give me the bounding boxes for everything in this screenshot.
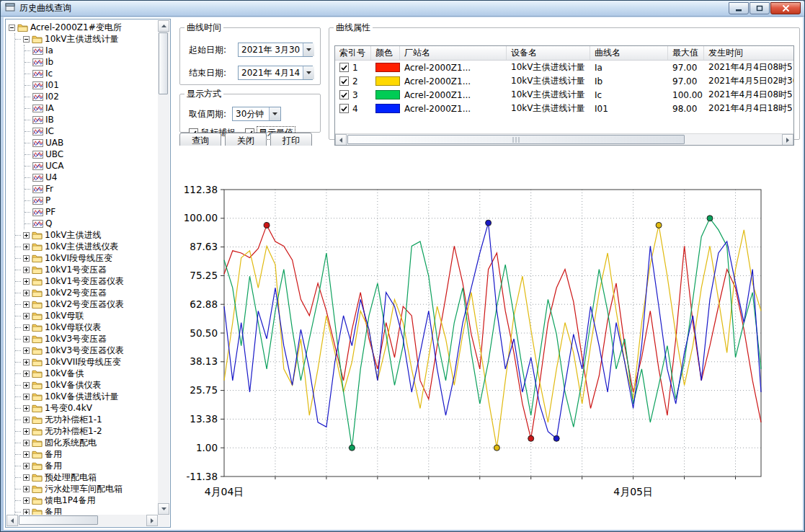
tree-group-item[interactable]: 预处理配电箱: [15, 471, 158, 483]
dropdown-arrow-icon[interactable]: [303, 43, 314, 56]
plus-expander-icon[interactable]: [23, 336, 30, 342]
tree-curve-item[interactable]: IB: [25, 114, 158, 125]
tree-curve-item[interactable]: Q: [25, 218, 158, 229]
scroll-up-button[interactable]: [158, 20, 169, 32]
plus-expander-icon[interactable]: [23, 347, 30, 354]
tree-curve-item[interactable]: UBC: [25, 148, 158, 160]
tree-curve-item[interactable]: PF: [25, 206, 158, 218]
tree-group-item[interactable]: 10kV2号变压器: [15, 287, 158, 298]
plus-expander-icon[interactable]: [23, 313, 30, 319]
maximize-button[interactable]: [750, 2, 770, 14]
dropdown-arrow-icon[interactable]: [303, 66, 314, 79]
scroll-left-button[interactable]: [6, 515, 18, 526]
tree-group-item[interactable]: 馈电1P4备用: [15, 495, 158, 506]
plus-expander-icon[interactable]: [23, 497, 30, 504]
plus-expander-icon[interactable]: [23, 440, 30, 446]
tree-vertical-scrollbar[interactable]: [158, 20, 169, 515]
curve-table-row[interactable]: 3Acrel-2000Z1...10kV主供进线计量Ic100.002021年4…: [335, 88, 794, 102]
tree-curve-item[interactable]: Ia: [25, 45, 158, 56]
curve-table-row[interactable]: 2Acrel-2000Z1...10kV主供进线计量Ib97.002021年4月…: [335, 74, 794, 88]
minus-expander-icon[interactable]: [9, 25, 15, 31]
plus-expander-icon[interactable]: [23, 405, 30, 412]
tree-curve-item[interactable]: P: [25, 195, 158, 206]
start-date-combobox[interactable]: 2021年 3月30: [238, 43, 313, 57]
tree-group-item[interactable]: 10kV母联: [15, 310, 158, 322]
tree-curve-item[interactable]: IA: [25, 102, 158, 114]
plus-expander-icon[interactable]: [23, 232, 30, 239]
column-header[interactable]: 颜色: [371, 46, 400, 60]
tree-group-item[interactable]: 10kV备供: [15, 368, 158, 379]
plus-expander-icon[interactable]: [23, 451, 30, 458]
tree-group-item[interactable]: 10kV2号变压器仪表: [15, 298, 158, 310]
column-header[interactable]: 设备名: [507, 46, 590, 60]
tree-group-item[interactable]: 10kV3号变压器: [15, 333, 158, 345]
dropdown-arrow-icon[interactable]: [269, 107, 280, 120]
tree-curve-item[interactable]: Ib: [25, 56, 158, 68]
column-header[interactable]: 厂站名: [400, 46, 507, 60]
tree-group-item[interactable]: 10kV主供进线仪表: [15, 241, 158, 252]
tree-group-item[interactable]: 备用: [15, 460, 158, 471]
plus-expander-icon[interactable]: [23, 474, 30, 481]
scroll-down-button[interactable]: [158, 503, 169, 515]
scroll-left-button[interactable]: [335, 134, 347, 146]
plus-expander-icon[interactable]: [23, 324, 30, 331]
end-date-combobox[interactable]: 2021年 4月14: [238, 66, 313, 80]
tree-curve-item[interactable]: U4: [25, 172, 158, 183]
plus-expander-icon[interactable]: [23, 290, 30, 296]
tree-group-item[interactable]: 1号变0.4kV: [15, 402, 158, 414]
tree-group-item[interactable]: 10kV母联仪表: [15, 322, 158, 333]
tree-group-item[interactable]: 10kV主供进线: [15, 229, 158, 241]
tree-group-item[interactable]: 10kV备供仪表: [15, 379, 158, 391]
minus-expander-icon[interactable]: [23, 36, 30, 43]
plus-expander-icon[interactable]: [23, 359, 30, 365]
minimize-button[interactable]: [729, 2, 749, 14]
tree-curve-item[interactable]: I01: [25, 79, 158, 91]
table-horizontal-scrollbar[interactable]: [335, 133, 793, 145]
tree-group-item[interactable]: 无功补偿柜1-2: [15, 425, 158, 437]
tree-curve-item[interactable]: I02: [25, 91, 158, 102]
tree-horizontal-scrollbar[interactable]: [6, 515, 158, 526]
history-curve-chart[interactable]: 112.38100.0087.6375.2562.8850.5038.1325.…: [177, 146, 801, 529]
tree-root-item[interactable]: Acrel-2000Z1#变电所: [9, 22, 158, 33]
plus-expander-icon[interactable]: [23, 278, 30, 285]
close-button[interactable]: [770, 2, 801, 14]
row-checkbox[interactable]: [339, 63, 349, 72]
titlebar[interactable]: 历史曲线查询: [1, 1, 804, 17]
plus-expander-icon[interactable]: [23, 255, 30, 262]
row-checkbox[interactable]: [339, 90, 349, 99]
column-header[interactable]: 最大值: [668, 46, 704, 60]
plus-expander-icon[interactable]: [23, 371, 30, 377]
plus-expander-icon[interactable]: [23, 394, 30, 400]
period-combobox[interactable]: 30分钟: [232, 107, 281, 121]
tree-group-item[interactable]: 污水处理车间配电箱: [15, 483, 158, 495]
row-checkbox[interactable]: [339, 104, 349, 113]
column-header[interactable]: 曲线名: [590, 46, 668, 60]
plus-expander-icon[interactable]: [23, 463, 30, 469]
scroll-right-button[interactable]: [146, 515, 158, 526]
tree-group-item[interactable]: 10kV3号变压器仪表: [15, 345, 158, 356]
tree-group-item[interactable]: 10kV主供进线计量: [15, 33, 158, 45]
curve-table-row[interactable]: 1Acrel-2000Z1...10kV主供进线计量Ia97.002021年4月…: [335, 61, 794, 74]
tree-group-item[interactable]: 10kV备供进线计量: [15, 391, 158, 402]
scroll-thumb[interactable]: [159, 32, 168, 94]
plus-expander-icon[interactable]: [23, 509, 30, 515]
plus-expander-icon[interactable]: [23, 267, 30, 273]
plus-expander-icon[interactable]: [23, 486, 30, 492]
scroll-thumb[interactable]: [19, 515, 98, 525]
plus-expander-icon[interactable]: [23, 382, 30, 389]
tree-curve-item[interactable]: UAB: [25, 137, 158, 148]
tree-curve-item[interactable]: IC: [25, 125, 158, 137]
column-header[interactable]: 索引号: [335, 46, 371, 60]
plus-expander-icon[interactable]: [23, 301, 30, 308]
tree-group-item[interactable]: 固化系统配电: [15, 437, 158, 448]
scroll-thumb[interactable]: [347, 135, 685, 144]
plus-expander-icon[interactable]: [23, 417, 30, 423]
tree-group-item[interactable]: 10kV1号变压器仪表: [15, 275, 158, 287]
row-checkbox[interactable]: [339, 76, 349, 86]
tree-curve-item[interactable]: UCA: [25, 160, 158, 172]
tree-group-item[interactable]: 备用: [15, 506, 158, 515]
tree-group-item[interactable]: 10kVVII段母线压变: [15, 356, 158, 368]
tree-group-item[interactable]: 无功补偿柜1-1: [15, 414, 158, 425]
tree-group-item[interactable]: 10kV1号变压器: [15, 264, 158, 275]
tree-curve-item[interactable]: Fr: [25, 183, 158, 195]
